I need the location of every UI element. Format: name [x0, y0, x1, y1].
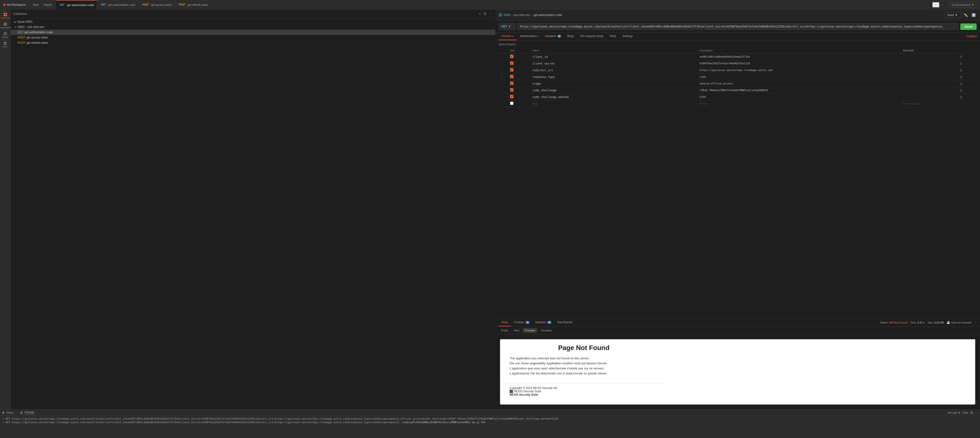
send-button[interactable]: Send: [960, 24, 977, 30]
format-pretty[interactable]: Pretty: [499, 328, 511, 333]
tree-item-get-refresh-token[interactable]: POST get refresh token: [11, 40, 495, 45]
row-value[interactable]: code: [698, 74, 901, 80]
row-desc[interactable]: Description: [901, 100, 958, 107]
svg-rect-1: [5, 13, 7, 14]
tree-item-gyula-oidc[interactable]: ▶ Gyula OIDC: [11, 19, 495, 24]
row-drag: [499, 60, 508, 67]
row-key[interactable]: client_id: [530, 54, 698, 60]
resp-tab-headers[interactable]: Headers 8: [532, 319, 554, 326]
sidebar-apis-icon-btn[interactable]: APIs: [1, 40, 10, 49]
size-label: Size: 2.25 KB: [928, 321, 944, 324]
row-desc[interactable]: [901, 60, 958, 67]
tab-headers[interactable]: Headers 7: [542, 33, 564, 40]
sidebar-add-button[interactable]: +: [478, 11, 482, 16]
prefix-icon: +: [2, 421, 4, 424]
row-desc[interactable]: [901, 80, 958, 87]
delete-param-button[interactable]: 🗑: [959, 89, 963, 92]
row-desc[interactable]: [901, 87, 958, 94]
delete-param-button[interactable]: 🗑: [959, 82, 963, 86]
req-title: get authorization code: [533, 13, 562, 17]
delete-param-button[interactable]: 🗑: [959, 62, 963, 65]
bulk-edit-btn[interactable]: Bulk Edit: [903, 49, 913, 52]
row-checkbox[interactable]: [510, 88, 514, 92]
request-tab[interactable]: POSTget refresh token: [175, 0, 212, 10]
sidebar-environments-icon-btn[interactable]: Environments: [1, 21, 10, 30]
clear-button[interactable]: Clear: [962, 411, 969, 414]
row-key[interactable]: redirect_uri: [530, 67, 698, 74]
row-key[interactable]: Key: [530, 100, 698, 107]
row-value[interactable]: openid,offline_access: [698, 80, 901, 87]
row-key[interactable]: response_type: [530, 74, 698, 80]
delete-param-button[interactable]: 🗑: [959, 55, 963, 59]
row-drag: [499, 87, 508, 94]
cookies-link[interactable]: Cookies: [966, 35, 977, 38]
row-checkbox[interactable]: [510, 62, 514, 65]
all-logs-dropdown[interactable]: All Logs ▼: [948, 411, 960, 414]
resp-tab-cookies[interactable]: Cookies 2: [511, 319, 532, 326]
tree-item-oidc-env[interactable]: ▼ OIDC - one click env: [11, 24, 495, 30]
delete-param-button[interactable]: 🗑: [959, 68, 963, 72]
tab-body[interactable]: Body: [565, 33, 577, 40]
row-value[interactable]: lXEqF-fRUwdx2IDBo7YvFmpbhFBWFuy1lxohg3U0…: [698, 87, 901, 94]
env-link[interactable]: OIDC - one click env: [504, 13, 530, 17]
share-icon-btn[interactable]: ⬆️: [970, 12, 977, 18]
row-key[interactable]: code_challenge: [530, 87, 698, 94]
row-checkbox[interactable]: [510, 81, 514, 85]
sidebar-filter-button[interactable]: ☰: [483, 11, 487, 16]
tree-item-get-access-token[interactable]: POST get access token: [11, 35, 495, 40]
row-value[interactable]: Value: [698, 100, 901, 107]
row-checkbox[interactable]: [510, 95, 514, 98]
row-checkbox[interactable]: [510, 75, 514, 78]
tab-settings[interactable]: Settings: [620, 33, 636, 40]
row-desc[interactable]: [901, 67, 958, 74]
new-button[interactable]: New: [31, 2, 41, 7]
resp-tab-body[interactable]: Body: [499, 319, 511, 326]
row-checkbox[interactable]: [510, 68, 514, 71]
tab-authorization[interactable]: Authorization ●: [517, 33, 542, 40]
format-raw[interactable]: Raw: [512, 328, 522, 333]
tab-pre-request-script[interactable]: Pre-request Script: [578, 33, 606, 40]
resp-more-btn[interactable]: ···: [975, 321, 977, 324]
console-copy-btn[interactable]: ⧉: [970, 411, 973, 414]
row-key[interactable]: code_challenge_method: [530, 94, 698, 100]
sidebar-collections-icon-btn[interactable]: Collections: [1, 11, 10, 20]
row-value[interactable]: ee907c001cdd0ed0e9d9143bda73719c: [698, 54, 901, 60]
sidebar-more-button[interactable]: ···: [488, 11, 493, 16]
row-key[interactable]: scope: [530, 80, 698, 87]
tab-add-button[interactable]: +: [932, 2, 939, 7]
tree-item-get-auth-code[interactable]: GET get authorization code: [11, 30, 495, 35]
environment-selector[interactable]: No Environment ▼: [949, 2, 977, 7]
row-value[interactable]: S256: [698, 94, 901, 100]
table-row: client_secret 6398f9ae25627efa5a74b84b25…: [499, 60, 977, 67]
save-example-button[interactable]: 💾 Save as Example: [947, 321, 972, 324]
row-value[interactable]: 6398f9ae25627efa5a74b84b255e1235: [698, 60, 901, 67]
edit-icon-btn[interactable]: ✏️: [963, 12, 969, 18]
delete-param-button[interactable]: 🗑: [959, 95, 963, 99]
row-checkbox[interactable]: [510, 55, 514, 58]
drag-handle[interactable]: ⠿: [501, 75, 503, 79]
import-button[interactable]: Import: [41, 2, 54, 7]
row-desc[interactable]: [901, 74, 958, 80]
row-desc[interactable]: [901, 94, 958, 100]
row-check: [508, 74, 530, 80]
method-select[interactable]: GET ▼: [499, 23, 515, 30]
format-visualize[interactable]: Visualize: [538, 328, 554, 333]
request-tab[interactable]: GETget authorization code: [56, 0, 97, 10]
sidebar-history-icon-btn[interactable]: History: [1, 30, 10, 39]
tab-more-button[interactable]: ···: [939, 3, 945, 6]
url-input[interactable]: https://gyulavas.westeurope.cloudapp.azu…: [517, 23, 958, 30]
row-value[interactable]: https://gyulavas.westeurope.cloudapp.azu…: [698, 67, 901, 74]
request-tab[interactable]: POSTget access token: [138, 0, 175, 10]
tab-params[interactable]: Params ●: [499, 33, 517, 40]
format-preview[interactable]: Preview: [523, 328, 538, 333]
row-desc[interactable]: [901, 54, 958, 60]
delete-param-button[interactable]: 🗑: [959, 75, 963, 79]
row-key[interactable]: client_secret: [530, 60, 698, 67]
resp-tab-test-results[interactable]: Test Results: [554, 319, 576, 326]
save-button[interactable]: Save ▼: [944, 12, 961, 18]
tab-tests[interactable]: Tests: [607, 33, 619, 40]
request-tab[interactable]: GETget authorization code: [97, 0, 138, 10]
console-more-btn[interactable]: ···: [975, 411, 978, 414]
row-checkbox[interactable]: [510, 102, 514, 105]
row-actions: 🗑: [958, 80, 977, 87]
